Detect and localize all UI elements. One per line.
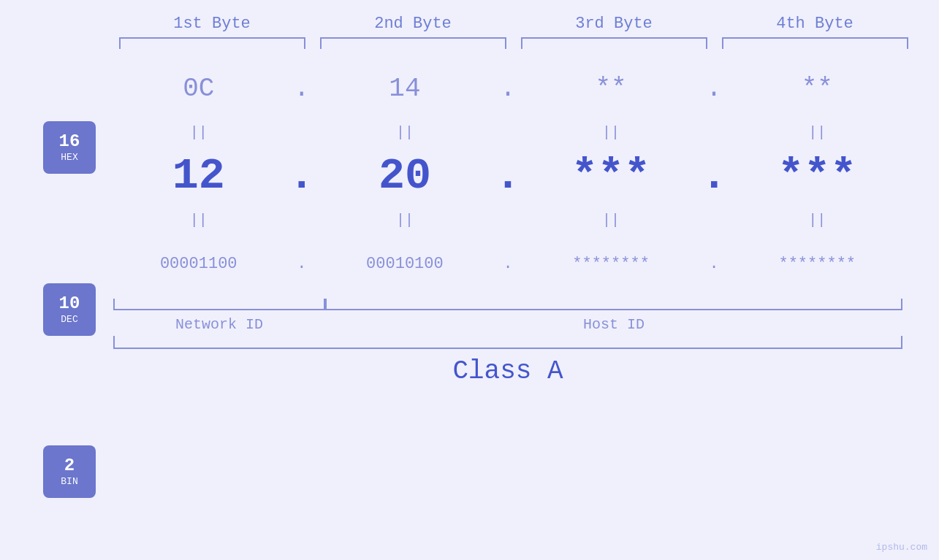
badge-hex: 16 HEX	[43, 121, 96, 174]
hex-cell-2: 14	[319, 74, 490, 104]
bracket-2	[320, 37, 506, 49]
dec-cell-4: ***	[732, 151, 903, 201]
badge-bin-num: 2	[64, 457, 75, 475]
bottom-brackets	[113, 299, 902, 313]
eq-2: ||	[319, 124, 490, 141]
bin-row: 00001100 . 00010100 . ******** . *******…	[113, 234, 902, 293]
dec-sep-1: .	[284, 151, 320, 201]
bin-sep-3: .	[696, 255, 732, 273]
top-brackets	[112, 37, 916, 52]
badge-bin-label: BIN	[61, 476, 77, 487]
bracket-4	[722, 37, 908, 49]
network-id-label: Network ID	[113, 316, 325, 333]
main-container: 1st Byte 2nd Byte 3rd Byte 4th Byte 16 H…	[0, 0, 939, 560]
equals-row-1: || || || ||	[113, 118, 902, 147]
dec-row: 12 . 20 . *** . ***	[113, 147, 902, 205]
badge-dec: 10 DEC	[43, 283, 96, 336]
content-area: 16 HEX 10 DEC 2 BIN 0C . 14 . ** . **	[0, 59, 939, 560]
rows-container: 0C . 14 . ** . ** || || || || 12	[95, 59, 921, 560]
badge-hex-label: HEX	[61, 152, 77, 163]
dec-cell-1: 12	[113, 151, 284, 201]
host-id-label: Host ID	[325, 316, 902, 333]
hex-sep-1: .	[284, 74, 320, 104]
badge-bin: 2 BIN	[43, 445, 96, 498]
outer-bracket	[113, 336, 902, 349]
eq-3: ||	[525, 124, 696, 141]
hex-sep-3: .	[696, 74, 732, 104]
watermark: ipshu.com	[876, 542, 927, 553]
byte-label-2: 2nd Byte	[313, 15, 514, 37]
byte-labels-row: 1st Byte 2nd Byte 3rd Byte 4th Byte	[112, 15, 916, 37]
bin-cell-1: 00001100	[113, 255, 284, 273]
eq-4: ||	[732, 124, 903, 141]
dec-sep-2: .	[490, 151, 526, 201]
dec-cell-3: ***	[525, 151, 696, 201]
class-a-label: Class A	[113, 356, 902, 386]
hex-cell-3: **	[525, 74, 696, 104]
badge-hex-num: 16	[59, 133, 80, 150]
bin-cell-2: 00010100	[319, 255, 490, 273]
badges-column: 16 HEX 10 DEC 2 BIN	[22, 59, 117, 560]
badge-dec-num: 10	[59, 295, 80, 312]
bin-sep-2: .	[490, 255, 526, 273]
hex-sep-2: .	[490, 74, 526, 104]
byte-label-3: 3rd Byte	[514, 15, 715, 37]
bin-cell-3: ********	[525, 255, 696, 273]
bracket-3	[521, 37, 707, 49]
eq2-2: ||	[319, 212, 490, 229]
eq2-4: ||	[732, 212, 903, 229]
eq2-3: ||	[525, 212, 696, 229]
eq-1: ||	[113, 124, 284, 141]
dec-cell-2: 20	[319, 151, 490, 201]
byte-label-1: 1st Byte	[112, 15, 313, 37]
id-labels-row: Network ID Host ID	[113, 316, 902, 333]
hex-row: 0C . 14 . ** . **	[113, 59, 902, 118]
bracket-network	[113, 299, 325, 310]
bracket-1	[119, 37, 305, 49]
equals-row-2: || || || ||	[113, 205, 902, 234]
bin-sep-1: .	[284, 255, 320, 273]
dec-sep-3: .	[696, 151, 732, 201]
bin-cell-4: ********	[732, 255, 903, 273]
byte-label-4: 4th Byte	[715, 15, 916, 37]
hex-cell-1: 0C	[113, 74, 284, 104]
hex-cell-4: **	[732, 74, 903, 104]
eq2-1: ||	[113, 212, 284, 229]
badge-dec-label: DEC	[61, 314, 77, 325]
bracket-host	[325, 299, 902, 310]
